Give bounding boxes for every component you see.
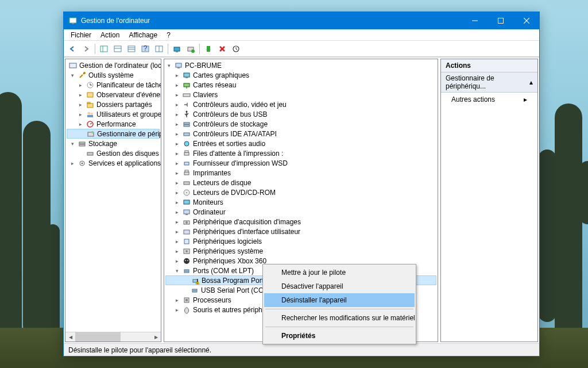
chevron-down-icon[interactable]: ▾: [69, 72, 76, 79]
actions-subheader[interactable]: Gestionnaire de périphériqu... ▴: [441, 72, 537, 93]
titlebar[interactable]: Gestion de l'ordinateur: [64, 12, 539, 29]
chevron-right-icon[interactable]: ▸: [69, 160, 76, 167]
ctx-uninstall-device[interactable]: Désinstaller l'appareil: [264, 293, 415, 307]
device-category[interactable]: ▸Ordinateur: [165, 207, 436, 217]
device-category[interactable]: ▸Cartes réseau: [165, 80, 436, 90]
tree-item[interactable]: ▾Stockage: [67, 139, 160, 148]
tree-item[interactable]: ▸Performance: [67, 119, 160, 129]
chevron-right-icon[interactable]: ▸: [173, 238, 180, 245]
scroll-thumb[interactable]: [75, 332, 121, 342]
device-category[interactable]: ▸Imprimantes: [165, 168, 436, 178]
chevron-right-icon[interactable]: ▸: [77, 91, 84, 98]
tree-item[interactable]: Gestion des disques: [67, 148, 160, 158]
chevron-right-icon[interactable]: ▸: [173, 199, 180, 206]
tree-item[interactable]: ▸Dossiers partagés: [67, 99, 160, 109]
device-category[interactable]: ▸Files d'attente à l'impression :: [165, 148, 436, 158]
menu-help[interactable]: ?: [162, 30, 175, 40]
chevron-right-icon[interactable]: ▸: [173, 72, 180, 79]
tree-root[interactable]: Gestion de l'ordinateur (local): [67, 60, 160, 70]
enable-button[interactable]: [202, 43, 215, 55]
chevron-right-icon[interactable]: ▸: [77, 82, 84, 89]
tree-item[interactable]: ▸Planificateur de tâches: [67, 80, 160, 90]
chevron-right-icon[interactable]: ▸: [173, 150, 180, 157]
chevron-right-icon[interactable]: ▸: [77, 111, 84, 118]
update-driver-button[interactable]: [184, 43, 197, 55]
chevron-right-icon[interactable]: ▸: [173, 248, 180, 255]
chevron-right-icon[interactable]: ▸: [173, 179, 180, 186]
scroll-right-button[interactable]: ▶: [151, 332, 161, 342]
horizontal-scrollbar[interactable]: ◀ ▶: [65, 332, 161, 342]
device-category[interactable]: ▸Contrôleurs audio, vidéo et jeu: [165, 99, 436, 109]
forward-button[interactable]: [80, 43, 92, 55]
chevron-down-icon[interactable]: ▾: [69, 140, 76, 147]
menu-action[interactable]: Action: [96, 30, 124, 40]
help-button[interactable]: ?: [139, 43, 152, 55]
device-category[interactable]: ▸Périphériques système: [165, 246, 436, 256]
chevron-right-icon[interactable]: ▸: [173, 297, 180, 304]
chevron-right-icon[interactable]: ▸: [173, 91, 180, 98]
back-button[interactable]: [66, 43, 79, 55]
device-category[interactable]: ▸Claviers: [165, 90, 436, 99]
chevron-right-icon[interactable]: ▸: [173, 131, 180, 137]
computer-icon: [174, 61, 183, 70]
menu-file[interactable]: Fichier: [66, 30, 96, 40]
list-button[interactable]: [125, 43, 138, 55]
device-category[interactable]: ▸Lecteurs de disque: [165, 178, 436, 187]
scan-hardware-button[interactable]: [171, 43, 183, 55]
tree-item[interactable]: ▸Observateur d'événements: [67, 90, 160, 99]
chevron-right-icon[interactable]: ▸: [173, 101, 180, 108]
device-category[interactable]: ▸Périphériques logiciels: [165, 236, 436, 246]
device-root[interactable]: ▾ PC-BRUME: [165, 60, 436, 70]
chevron-right-icon[interactable]: ▸: [173, 140, 180, 147]
svg-rect-30: [87, 93, 93, 97]
device-category[interactable]: ▸Périphérique d'acquisition d'images: [165, 217, 436, 227]
chevron-right-icon[interactable]: ▸: [173, 258, 180, 264]
view-mode-button[interactable]: [111, 43, 124, 55]
actions-more[interactable]: Autres actions ▸: [441, 93, 537, 106]
details-button[interactable]: [153, 43, 165, 55]
chevron-right-icon[interactable]: ▸: [173, 218, 180, 225]
svg-point-87: [195, 290, 196, 291]
ctx-disable-device[interactable]: Désactiver l'appareil: [264, 279, 415, 293]
chevron-down-icon[interactable]: ▾: [173, 267, 180, 274]
uninstall-button[interactable]: [216, 43, 229, 55]
ctx-update-driver[interactable]: Mettre à jour le pilote: [264, 266, 415, 279]
device-category[interactable]: ▸Contrôleurs de bus USB: [165, 109, 436, 119]
chevron-right-icon[interactable]: ▸: [173, 170, 180, 177]
chevron-right-icon[interactable]: ▸: [173, 306, 180, 313]
menu-view[interactable]: Affichage: [124, 30, 162, 40]
tree-item-device-manager[interactable]: Gestionnaire de périphériques: [67, 129, 160, 139]
chevron-right-icon[interactable]: ▸: [173, 189, 180, 196]
device-category[interactable]: ▸Moniteurs: [165, 197, 436, 207]
chevron-right-icon[interactable]: ▸: [77, 121, 84, 128]
ctx-properties[interactable]: Propriétés: [264, 329, 415, 343]
device-category[interactable]: ▸Lecteurs de DVD/CD-ROM: [165, 187, 436, 197]
ctx-scan-hardware[interactable]: Rechercher les modifications sur le maté…: [264, 311, 415, 325]
tree-item[interactable]: ▸Services et applications: [67, 158, 160, 168]
collapse-icon[interactable]: ▴: [529, 78, 533, 86]
show-hide-tree-button[interactable]: [98, 43, 110, 55]
device-category[interactable]: ▸Contrôleurs IDE ATA/ATAPI: [165, 129, 436, 139]
chevron-right-icon[interactable]: ▸: [173, 209, 180, 216]
chevron-down-icon[interactable]: ▾: [165, 62, 172, 69]
chevron-right-icon[interactable]: ▸: [173, 228, 180, 235]
close-button[interactable]: [513, 12, 539, 29]
device-category[interactable]: ▸Entrées et sorties audio: [165, 139, 436, 148]
chevron-right-icon[interactable]: ▸: [173, 121, 180, 128]
scroll-left-button[interactable]: ◀: [65, 332, 75, 342]
chevron-right-icon[interactable]: ▸: [173, 160, 180, 167]
minimize-button[interactable]: [462, 12, 488, 29]
console-tree[interactable]: Gestion de l'ordinateur (local) ▾Outils …: [65, 59, 161, 332]
device-category[interactable]: ▸Contrôleurs de stockage: [165, 119, 436, 129]
device-category[interactable]: ▸Cartes graphiques: [165, 70, 436, 80]
device-category[interactable]: ▸Fournisseur d'impression WSD: [165, 158, 436, 168]
maximize-button[interactable]: [488, 12, 513, 29]
chevron-right-icon[interactable]: ▸: [173, 82, 180, 89]
chevron-right-icon[interactable]: ▸: [173, 111, 180, 118]
device-category[interactable]: ▸Périphériques d'interface utilisateur: [165, 227, 436, 236]
refresh-button[interactable]: [230, 43, 242, 55]
chevron-right-icon[interactable]: ▸: [77, 101, 84, 108]
tree-item[interactable]: ▸Utilisateurs et groupes locaux: [67, 109, 160, 119]
tree-item[interactable]: ▾Outils système: [67, 70, 160, 80]
performance-icon: [86, 120, 95, 129]
